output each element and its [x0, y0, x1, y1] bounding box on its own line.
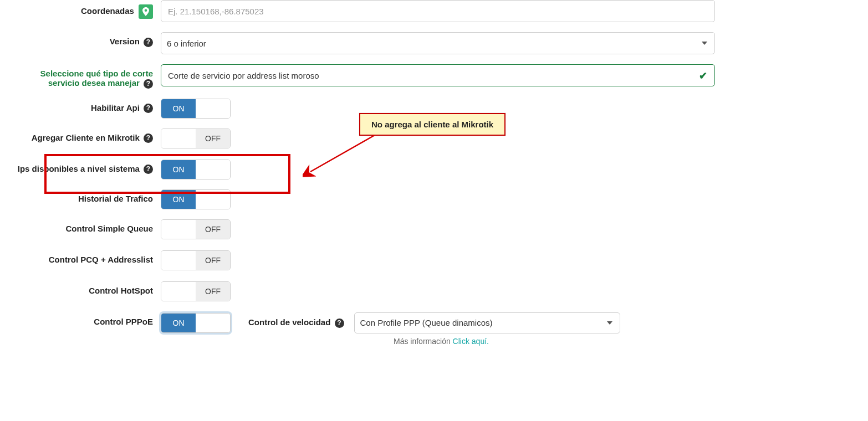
- control-simple-queue-label-text: Control Simple Queue: [65, 224, 153, 233]
- toggle-off-blank: [196, 160, 230, 179]
- control-pppoe-toggle[interactable]: ON: [161, 313, 231, 333]
- toggle-on-blank: [161, 282, 196, 301]
- control-hotspot-label-text: Control HotSpot: [89, 286, 153, 295]
- coordenadas-input[interactable]: [161, 0, 715, 22]
- help-icon[interactable]: ?: [335, 319, 344, 328]
- control-pppoe-label-text: Control PPPoE: [94, 317, 153, 326]
- toggle-off-label: OFF: [196, 251, 230, 270]
- toggle-off-label: OFF: [196, 220, 230, 239]
- version-label: Version ?: [17, 32, 161, 47]
- helper-link[interactable]: Click aquí.: [453, 337, 489, 346]
- control-hotspot-label: Control HotSpot: [17, 281, 161, 295]
- habilitar-api-toggle[interactable]: ON: [161, 99, 231, 119]
- toggle-on-blank: [161, 220, 196, 239]
- historial-label-text: Historial de Trafico: [78, 194, 153, 203]
- control-pcq-label-text: Control PCQ + Addresslist: [49, 255, 153, 264]
- map-pin-icon[interactable]: [139, 4, 153, 19]
- habilitar-api-label: Habilitar Api ?: [17, 99, 161, 114]
- ips-disponibles-label-text: Ips disponibles a nivel sistema: [18, 164, 140, 173]
- help-icon[interactable]: ?: [144, 134, 153, 143]
- toggle-off-blank: [196, 314, 230, 332]
- help-icon[interactable]: ?: [144, 104, 153, 113]
- toggle-off-label: OFF: [196, 129, 230, 148]
- tipo-corte-select[interactable]: Corte de servicio por address list moros…: [161, 64, 715, 86]
- toggle-off-blank: [196, 99, 230, 118]
- control-hotspot-toggle[interactable]: OFF: [161, 281, 231, 301]
- help-icon[interactable]: ?: [144, 79, 153, 89]
- control-pcq-label: Control PCQ + Addresslist: [17, 250, 161, 264]
- help-icon[interactable]: ?: [144, 38, 153, 47]
- agregar-cliente-toggle[interactable]: OFF: [161, 129, 231, 148]
- control-velocidad-label-text: Control de velocidad: [248, 317, 330, 327]
- control-pppoe-label: Control PPPoE: [17, 312, 161, 326]
- historial-toggle[interactable]: ON: [161, 189, 231, 209]
- control-velocidad-label: Control de velocidad ?: [241, 317, 344, 328]
- annotation-callout: No agrega al cliente al Mikrotik: [359, 113, 506, 136]
- toggle-off-blank: [196, 190, 230, 209]
- version-select[interactable]: 6 o inferior: [161, 32, 715, 54]
- control-pcq-toggle[interactable]: OFF: [161, 250, 231, 270]
- toggle-off-label: OFF: [196, 282, 230, 301]
- historial-label: Historial de Trafico: [17, 189, 161, 203]
- ips-disponibles-toggle[interactable]: ON: [161, 160, 231, 179]
- coordenadas-label-text: Coordenadas: [81, 6, 134, 16]
- tipo-corte-label: Seleccione qué tipo de corte servicio de…: [17, 64, 161, 89]
- toggle-on-label: ON: [161, 99, 196, 118]
- habilitar-api-label-text: Habilitar Api: [91, 103, 140, 112]
- toggle-on-blank: [161, 129, 196, 148]
- agregar-cliente-label: Agregar Cliente en Mikrotik ?: [17, 129, 161, 143]
- version-label-text: Version: [110, 37, 140, 46]
- toggle-on-label: ON: [161, 314, 196, 332]
- tipo-corte-label-text: Seleccione qué tipo de corte servicio de…: [40, 69, 153, 88]
- agregar-cliente-label-text: Agregar Cliente en Mikrotik: [32, 133, 140, 142]
- help-icon[interactable]: ?: [144, 165, 153, 174]
- helper-text: Más información Click aquí.: [394, 337, 851, 346]
- helper-prefix: Más información: [394, 337, 453, 346]
- toggle-on-label: ON: [161, 190, 196, 209]
- control-simple-queue-toggle[interactable]: OFF: [161, 219, 231, 239]
- coordenadas-label: Coordenadas: [17, 0, 161, 19]
- annotation-callout-text: No agrega al cliente al Mikrotik: [371, 120, 493, 129]
- toggle-on-label: ON: [161, 160, 196, 179]
- control-simple-queue-label: Control Simple Queue: [17, 219, 161, 233]
- check-icon: ✔: [699, 70, 707, 82]
- ips-disponibles-label: Ips disponibles a nivel sistema ?: [17, 160, 161, 174]
- control-velocidad-select[interactable]: Con Profile PPP (Queue dinamicos): [354, 312, 620, 333]
- toggle-on-blank: [161, 251, 196, 270]
